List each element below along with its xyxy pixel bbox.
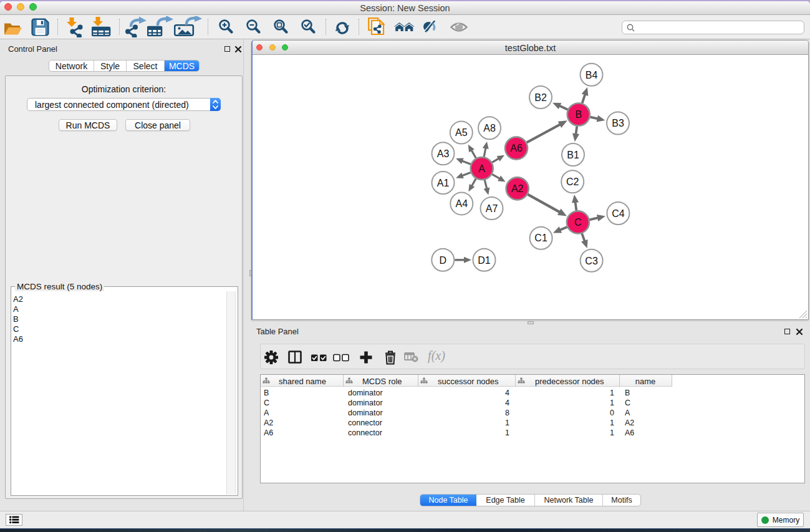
svg-text:A8: A8 xyxy=(483,123,496,133)
svg-text:A3: A3 xyxy=(437,148,450,159)
svg-text:A4: A4 xyxy=(456,198,468,209)
svg-text:C2: C2 xyxy=(566,177,579,187)
svg-text:B1: B1 xyxy=(567,150,579,160)
svg-text:A7: A7 xyxy=(486,203,498,214)
svg-text:B2: B2 xyxy=(534,92,547,103)
svg-text:C4: C4 xyxy=(612,208,625,219)
svg-text:C3: C3 xyxy=(585,256,598,266)
svg-text:D: D xyxy=(440,255,447,266)
svg-text:A1: A1 xyxy=(437,178,450,188)
svg-text:B: B xyxy=(575,109,582,120)
svg-text:C1: C1 xyxy=(534,233,547,243)
svg-text:A2: A2 xyxy=(511,183,524,194)
svg-text:B4: B4 xyxy=(586,70,598,80)
svg-text:B3: B3 xyxy=(612,118,624,128)
svg-text:A5: A5 xyxy=(455,127,468,138)
svg-text:A6: A6 xyxy=(510,143,523,153)
svg-text:C: C xyxy=(574,217,582,228)
svg-text:D1: D1 xyxy=(478,255,491,266)
svg-text:A: A xyxy=(478,163,485,174)
